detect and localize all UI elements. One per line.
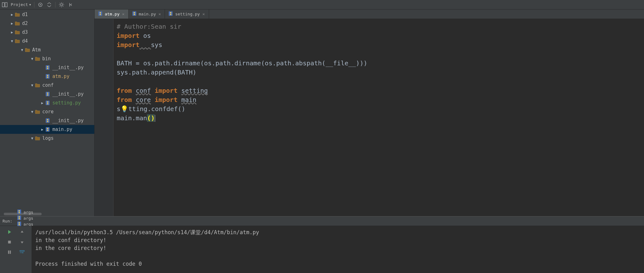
tree-file[interactable]: ▶setting.py <box>0 98 94 107</box>
rerun-button[interactable] <box>6 228 13 235</box>
code-line: BATH = os.path.dirname(os.path.dirname(o… <box>117 59 367 67</box>
editor-pane: atm.py×main.py×setting.py× # Author:Sean… <box>95 9 644 216</box>
tree-item-label: d4 <box>22 38 28 44</box>
chevron-down-icon[interactable]: ▼ <box>30 110 35 114</box>
python-file-icon <box>45 74 50 79</box>
tree-item-label: __init__.py <box>52 91 84 97</box>
folder-icon <box>25 47 30 52</box>
chevron-right-icon[interactable]: ▶ <box>9 30 15 34</box>
editor-tab[interactable]: main.py× <box>129 9 165 19</box>
python-file-icon <box>45 65 50 70</box>
python-file-icon <box>17 215 22 221</box>
editor[interactable]: # Author:Sean sir import os import sys B… <box>95 19 644 216</box>
down-button[interactable] <box>19 239 26 246</box>
tree-hscroll[interactable] <box>0 212 94 216</box>
chevron-down-icon[interactable]: ▼ <box>9 39 15 43</box>
code-text: main.man <box>117 114 147 122</box>
close-icon[interactable]: × <box>202 12 206 16</box>
python-file-icon <box>45 100 50 105</box>
folder-icon <box>15 30 20 35</box>
tree-item-label: logs <box>42 135 54 141</box>
chevron-right-icon[interactable]: ▶ <box>40 128 45 132</box>
gear-icon[interactable] <box>59 2 64 8</box>
code-module: conf <box>136 87 151 94</box>
tree-folder[interactable]: ▼logs <box>0 134 94 143</box>
run-config-tab[interactable]: args <box>17 215 33 221</box>
svg-rect-0 <box>2 3 4 7</box>
project-dropdown[interactable]: Project ▼ <box>11 2 31 7</box>
soft-wrap-button[interactable] <box>19 249 26 256</box>
pause-button[interactable] <box>6 249 13 256</box>
editor-tabs: atm.py×main.py×setting.py× <box>95 9 644 19</box>
folder-icon <box>35 56 40 61</box>
code-keyword: import <box>155 87 177 94</box>
lightbulb-icon[interactable]: 💡 <box>120 105 128 113</box>
code-area[interactable]: # Author:Sean sir import os import sys B… <box>114 19 367 216</box>
chevron-down-icon[interactable]: ▼ <box>30 57 35 61</box>
tree-item-label: d1 <box>22 12 28 17</box>
code-keyword: from <box>117 87 132 94</box>
code-module: os <box>143 32 151 39</box>
code-module: setting <box>181 87 208 94</box>
tree-item-label: main.py <box>52 127 72 132</box>
up-button[interactable] <box>19 228 26 235</box>
chevron-right-icon[interactable]: ▶ <box>9 21 15 26</box>
chevron-right-icon[interactable]: ▶ <box>9 13 15 17</box>
python-file-icon <box>45 118 50 123</box>
tree-file[interactable]: ▶__init__.py <box>0 63 94 72</box>
folder-icon <box>15 12 20 17</box>
svg-rect-19 <box>8 251 9 254</box>
tree-file[interactable]: ▶__init__.py <box>0 116 94 125</box>
run-tab-label: args <box>23 216 33 221</box>
separator <box>34 2 34 8</box>
project-tree[interactable]: ▶d1▶d2▶d3▼d4▼Atm▼bin▶__init__.py▶atm.py▼… <box>0 9 94 212</box>
text-cursor <box>155 115 155 122</box>
project-view-icon[interactable] <box>2 2 8 8</box>
close-icon[interactable]: × <box>121 12 125 16</box>
tree-file[interactable]: ▶main.py <box>0 125 94 134</box>
run-label: Run: <box>3 219 12 223</box>
tree-folder[interactable]: ▼core <box>0 107 94 116</box>
folder-icon <box>35 109 40 114</box>
chevron-down-icon[interactable]: ▼ <box>30 136 35 140</box>
tree-file[interactable]: ▶atm.py <box>0 72 94 81</box>
chevron-right-icon[interactable]: ▶ <box>40 101 45 105</box>
svg-rect-20 <box>10 251 11 254</box>
code-text: tting.confdef() <box>128 105 185 113</box>
run-controls <box>0 226 32 273</box>
close-icon[interactable]: × <box>158 12 162 16</box>
code-keyword: from <box>117 96 132 104</box>
folder-icon <box>15 21 20 26</box>
code-keyword: import <box>117 41 139 49</box>
stop-button[interactable] <box>6 239 13 246</box>
run-tab-label: args <box>23 210 33 215</box>
collapse-icon[interactable] <box>46 2 52 8</box>
chevron-down-icon[interactable]: ▼ <box>20 48 25 52</box>
hide-icon[interactable] <box>67 2 73 8</box>
tree-folder[interactable]: ▼conf <box>0 81 94 90</box>
paren-highlight: ) <box>151 114 155 122</box>
code-wavy <box>139 41 151 49</box>
tree-item-label: core <box>42 109 54 115</box>
folder-icon <box>35 83 40 88</box>
editor-tab[interactable]: atm.py× <box>95 9 129 19</box>
tree-folder[interactable]: ▶d1 <box>0 10 94 19</box>
python-file-icon <box>45 127 50 132</box>
tree-folder[interactable]: ▼bin <box>0 54 94 63</box>
target-icon[interactable] <box>38 2 43 8</box>
svg-rect-18 <box>8 241 11 244</box>
tab-label: atm.py <box>105 12 120 16</box>
tree-folder[interactable]: ▼d4 <box>0 37 94 45</box>
console-output[interactable]: /usr/local/bin/python3.5 /Users/sean/pyt… <box>32 226 644 273</box>
tree-file[interactable]: ▶__init__.py <box>0 90 94 98</box>
editor-tab[interactable]: setting.py× <box>165 9 209 19</box>
chevron-down-icon[interactable]: ▼ <box>30 83 35 87</box>
tree-folder[interactable]: ▶d3 <box>0 28 94 37</box>
project-label-text: Project <box>11 2 28 7</box>
run-tabs-bar: Run: args args args atm <box>0 217 644 226</box>
tree-item-label: Atm <box>32 47 41 53</box>
run-config-tab[interactable]: args <box>17 209 33 215</box>
tree-item-label: __init__.py <box>52 118 84 123</box>
tree-folder[interactable]: ▶d2 <box>0 19 94 28</box>
tree-folder[interactable]: ▼Atm <box>0 45 94 54</box>
